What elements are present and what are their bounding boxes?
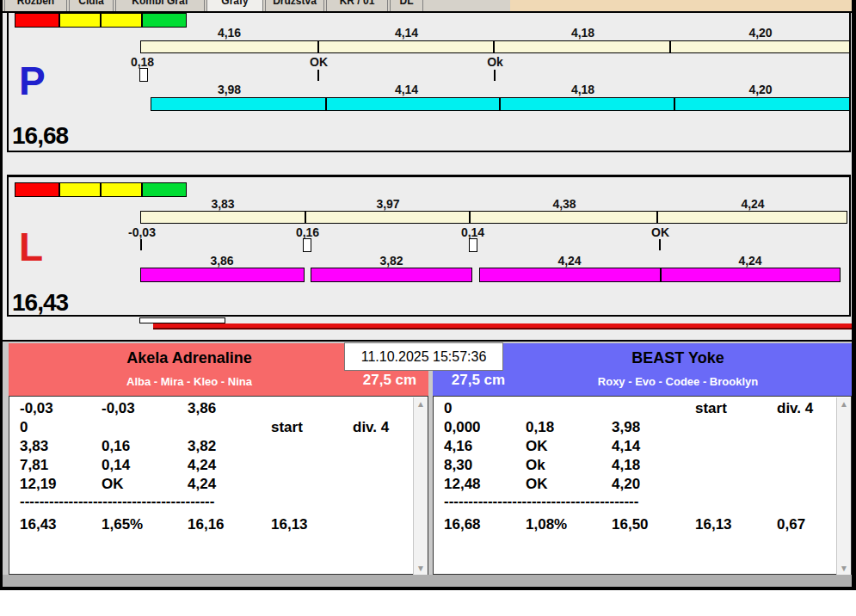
team-left-jump-height: 27,5 cm bbox=[351, 372, 428, 389]
lane-p-letter: P bbox=[19, 61, 46, 101]
cell: 16,16 bbox=[188, 512, 271, 538]
results-table-left: -0,03-0,033,86 0startdiv. 4 3,830,163,82… bbox=[9, 396, 428, 575]
scroll-down-icon[interactable]: ▼ bbox=[414, 564, 428, 573]
datetime-display: 11.10.2025 15:57:36 bbox=[344, 342, 503, 371]
window-border bbox=[852, 0, 856, 590]
bar-segment bbox=[327, 98, 502, 110]
cell: Ok bbox=[526, 457, 612, 474]
cell: 12,19 bbox=[20, 476, 102, 493]
lane-l-top-splits: 3,83 3,97 4,38 4,24 bbox=[140, 197, 847, 210]
split-value: 4,18 bbox=[495, 26, 671, 39]
tab-kombi-graf[interactable]: Kombi Graf bbox=[115, 0, 205, 11]
cell: OK bbox=[102, 476, 188, 493]
light-yellow-icon bbox=[102, 183, 143, 196]
cell: 0 bbox=[444, 400, 526, 417]
light-green-icon bbox=[143, 14, 186, 27]
window-border bbox=[0, 0, 3, 590]
cell: 0,14 bbox=[102, 457, 188, 474]
cell: 16,43 bbox=[20, 512, 102, 538]
lane-p-total: 16,68 bbox=[12, 122, 68, 150]
bar-segment bbox=[675, 98, 850, 110]
pass-mark: OK bbox=[641, 225, 680, 239]
table-row: -0,03-0,033,86 bbox=[20, 400, 428, 419]
tab-dl[interactable]: DL bbox=[390, 0, 423, 11]
table-row: 7,810,144,24 bbox=[20, 457, 428, 476]
tab-druzstva[interactable]: Družstva bbox=[265, 0, 324, 11]
team-right-jump-height: 27,5 cm bbox=[440, 372, 517, 389]
team-right-dogs: Roxy - Evo - Codee - Brooklyn bbox=[506, 375, 850, 388]
pass-mark: -0,03 bbox=[119, 225, 165, 239]
scroll-up-icon[interactable]: ▲ bbox=[837, 399, 851, 409]
window-border bbox=[0, 587, 856, 590]
split-value: 4,38 bbox=[471, 197, 658, 210]
tab-label: DL bbox=[391, 0, 422, 7]
lane-p-bottom-splits: 3,98 4,14 4,18 4,20 bbox=[140, 83, 850, 95]
cell: 3,82 bbox=[188, 438, 271, 455]
cell: start bbox=[271, 419, 353, 436]
cell: -0,03 bbox=[20, 400, 102, 417]
cell: 1,65% bbox=[102, 512, 188, 538]
pass-tick-icon bbox=[317, 70, 319, 81]
table-totals-row: 16,431,65%16,1616,13 bbox=[20, 512, 428, 534]
tab-label: Kombi Graf bbox=[116, 0, 204, 7]
split-value: 3,86 bbox=[188, 254, 256, 268]
bar-segment bbox=[319, 41, 496, 52]
cell: 12,48 bbox=[444, 476, 526, 493]
light-red-icon bbox=[15, 14, 60, 27]
cell: 0,18 bbox=[526, 419, 612, 436]
team-right-name: BEAST Yoke bbox=[506, 349, 850, 367]
table-row: 0startdiv. 4 bbox=[444, 400, 851, 419]
cell: 4,16 bbox=[444, 438, 526, 455]
table-row: 3,830,163,82 bbox=[20, 438, 428, 457]
timer-white-bar bbox=[139, 317, 225, 323]
table-row: 0startdiv. 4 bbox=[20, 419, 428, 438]
tab-rozbeh[interactable]: Rozběh bbox=[4, 0, 67, 11]
pass-mark: Ok bbox=[476, 55, 514, 69]
split-value: 3,82 bbox=[357, 254, 426, 268]
cell: 4,18 bbox=[612, 457, 695, 474]
bar-segment bbox=[501, 98, 675, 110]
split-value: 4,24 bbox=[658, 197, 847, 210]
bar-segment bbox=[471, 212, 657, 223]
scrollbar[interactable]: ▲ ▼ bbox=[836, 397, 851, 575]
split-value: 4,14 bbox=[318, 26, 495, 39]
cell: 16,13 bbox=[271, 512, 353, 538]
desktop-strip bbox=[510, 0, 852, 11]
tab-kr01[interactable]: KR / 01 bbox=[326, 0, 388, 11]
pass-box-icon bbox=[469, 238, 477, 252]
table-row: 12,19OK4,24 bbox=[20, 476, 428, 495]
lane-l-panel: L 3,83 3,97 4,38 4,24 -0,03 0,16 0,14 OK… bbox=[7, 175, 851, 317]
tab-label: KR / 01 bbox=[327, 0, 387, 7]
light-red-icon bbox=[15, 183, 60, 196]
lane-p-dog-bar bbox=[151, 97, 850, 111]
bar-segment bbox=[658, 212, 847, 223]
bar-segment bbox=[495, 41, 671, 52]
table-row: 0,0000,183,98 bbox=[444, 419, 851, 438]
light-green-icon bbox=[143, 183, 186, 196]
split-value: 4,14 bbox=[318, 83, 495, 95]
lane-l-dog-bar-segment bbox=[479, 268, 841, 282]
pass-mark: 0,18 bbox=[123, 55, 162, 69]
cell: 3,86 bbox=[188, 400, 271, 417]
pass-box-icon bbox=[139, 68, 148, 82]
cell: 3,98 bbox=[612, 419, 695, 436]
scrollbar[interactable]: ▲ ▼ bbox=[413, 397, 428, 575]
scroll-up-icon[interactable]: ▲ bbox=[414, 399, 428, 409]
pass-tick-icon bbox=[494, 70, 496, 81]
light-yellow-icon bbox=[60, 183, 102, 196]
cell: 16,68 bbox=[444, 512, 526, 538]
table-row: 12,48OK4,20 bbox=[444, 476, 851, 495]
tab-grafy[interactable]: Grafy bbox=[206, 0, 263, 11]
cell: 8,30 bbox=[444, 457, 526, 474]
cell: start bbox=[695, 400, 777, 417]
tab-cidla[interactable]: Čidla bbox=[69, 0, 114, 11]
scroll-down-icon[interactable]: ▼ bbox=[837, 564, 851, 573]
pass-box-icon bbox=[303, 238, 311, 252]
tab-label: Čidla bbox=[70, 0, 113, 7]
lane-l-upper-bar bbox=[140, 211, 847, 224]
cell: 4,24 bbox=[188, 476, 271, 493]
app-window: Rozběh Čidla Kombi Graf Grafy Družstva K… bbox=[0, 0, 856, 616]
lane-p-top-splits: 4,16 4,14 4,18 4,20 bbox=[140, 26, 850, 39]
cell: 7,81 bbox=[20, 457, 102, 474]
lane-l-dog-bar-segment bbox=[140, 268, 305, 282]
